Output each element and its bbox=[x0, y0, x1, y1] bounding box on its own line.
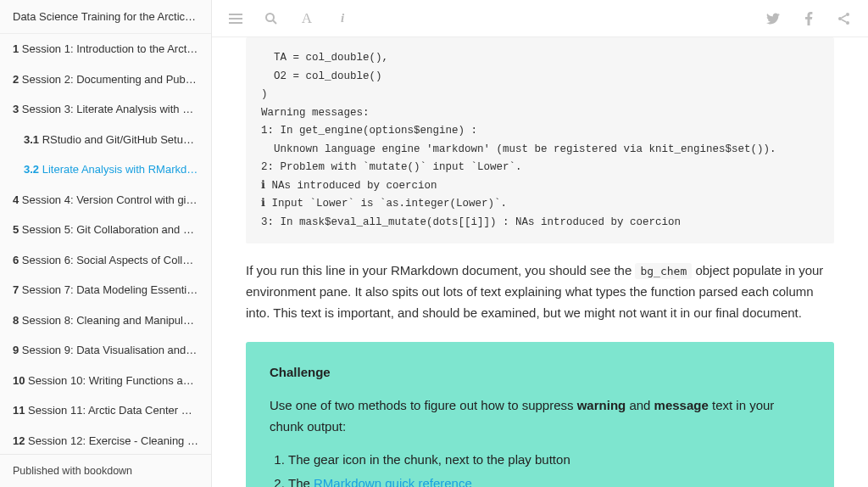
toc-item-2[interactable]: 2 Session 2: Documenting and Publishi… bbox=[0, 64, 211, 95]
toc-item-3-1[interactable]: 3.1 RStudio and Git/GitHub Setup a… bbox=[0, 125, 211, 155]
svg-line-4 bbox=[273, 20, 276, 24]
topbar: A i bbox=[212, 0, 868, 37]
font-icon[interactable]: A bbox=[300, 12, 314, 25]
toc-item-number: 3.2 bbox=[24, 163, 39, 176]
toc-item-12[interactable]: 12 Session 12: Exercise - Cleaning and… bbox=[0, 426, 211, 455]
toc-item-3-2[interactable]: 3.2 Literate Analysis with RMarkdown bbox=[0, 154, 211, 185]
share-icon[interactable] bbox=[837, 12, 851, 25]
text: and bbox=[626, 398, 654, 412]
toc-item-4[interactable]: 4 Session 4: Version Control with git an… bbox=[0, 185, 211, 216]
toc-item-5[interactable]: 5 Session 5: Git Collaboration and Con… bbox=[0, 215, 211, 245]
text: The bbox=[288, 476, 314, 487]
topbar-left: A i bbox=[229, 12, 349, 25]
toc-item-label: Session 3: Literate Analysis with RMa… bbox=[19, 103, 211, 115]
toc-item-label: Session 8: Cleaning and Manipulatin… bbox=[19, 314, 211, 327]
toc-item-label: Session 11: Arctic Data Center Data… bbox=[25, 404, 211, 417]
svg-point-3 bbox=[266, 14, 274, 21]
toc-item-9[interactable]: 9 Session 9: Data Visualisation and Pu… bbox=[0, 335, 211, 366]
svg-line-8 bbox=[842, 15, 847, 18]
toc-item-label: RStudio and Git/GitHub Setup a… bbox=[39, 133, 209, 146]
svg-rect-1 bbox=[229, 18, 242, 20]
toc-item-label: Session 9: Data Visualisation and Pu… bbox=[19, 344, 211, 356]
svg-point-6 bbox=[846, 13, 849, 16]
toc-item-label: Literate Analysis with RMarkdown bbox=[39, 163, 207, 176]
paragraph: If you run this line in your RMarkdown d… bbox=[246, 260, 834, 323]
toc-item-number: 12 bbox=[13, 434, 25, 447]
facebook-icon[interactable] bbox=[802, 12, 815, 25]
text: Use one of two methods to figure out how… bbox=[270, 398, 577, 412]
toc-item-label: Session 6: Social Aspects of Collabor… bbox=[19, 254, 211, 266]
svg-point-5 bbox=[838, 17, 842, 20]
sidebar-footer[interactable]: Published with bookdown bbox=[0, 454, 211, 487]
toc-item-number: 11 bbox=[13, 404, 25, 417]
toc-item-label: Session 10: Writing Functions and P… bbox=[25, 374, 211, 387]
sidebar-title[interactable]: Data Science Training for the Arctic Dat… bbox=[0, 0, 211, 34]
toc-item-label: Session 7: Data Modeling Essentials bbox=[19, 283, 201, 296]
toc-item-10[interactable]: 10 Session 10: Writing Functions and P… bbox=[0, 366, 211, 396]
toc-item-8[interactable]: 8 Session 8: Cleaning and Manipulatin… bbox=[0, 305, 211, 336]
svg-line-9 bbox=[842, 20, 847, 22]
toc-item-number: 3.1 bbox=[24, 133, 39, 146]
toc-item-6[interactable]: 6 Session 6: Social Aspects of Collabor… bbox=[0, 245, 211, 276]
svg-rect-0 bbox=[229, 14, 242, 15]
toc-item-label: Session 4: Version Control with git an… bbox=[19, 193, 211, 206]
text: If you run this line in your RMarkdown d… bbox=[246, 263, 635, 277]
table-of-contents: 1 Session 1: Introduction to the Arctic … bbox=[0, 34, 211, 454]
challenge-box: Challenge Use one of two methods to figu… bbox=[246, 342, 834, 487]
strong-warning: warning bbox=[577, 398, 626, 412]
toc-item-7[interactable]: 7 Session 7: Data Modeling Essentials bbox=[0, 275, 211, 305]
sidebar: Data Science Training for the Arctic Dat… bbox=[0, 0, 212, 487]
list-item: The RMarkdown quick reference bbox=[288, 473, 810, 487]
menu-icon[interactable] bbox=[229, 12, 242, 25]
code-output: TA = col_double(), O2 = col_double() ) W… bbox=[246, 37, 834, 244]
inline-code: bg_chem bbox=[635, 263, 692, 279]
toc-item-label: Session 2: Documenting and Publishi… bbox=[19, 73, 211, 86]
challenge-list: The gear icon in the chunk, next to the … bbox=[270, 450, 810, 488]
search-icon[interactable] bbox=[264, 12, 278, 25]
toc-item-label: Session 1: Introduction to the Arctic … bbox=[19, 42, 209, 55]
toc-item-label: Session 5: Git Collaboration and Con… bbox=[19, 223, 211, 236]
info-icon[interactable]: i bbox=[336, 12, 349, 25]
svg-rect-2 bbox=[229, 22, 242, 24]
toc-item-11[interactable]: 11 Session 11: Arctic Data Center Data… bbox=[0, 395, 211, 426]
challenge-title: Challenge bbox=[270, 362, 810, 383]
toc-item-number: 10 bbox=[13, 374, 25, 387]
rmarkdown-quickref-link[interactable]: RMarkdown quick reference bbox=[314, 476, 472, 487]
content: TA = col_double(), O2 = col_double() ) W… bbox=[212, 37, 868, 487]
strong-message: message bbox=[654, 398, 709, 412]
challenge-text: Use one of two methods to figure out how… bbox=[270, 395, 810, 438]
toc-item-3[interactable]: 3 Session 3: Literate Analysis with RMa… bbox=[0, 94, 211, 125]
topbar-right bbox=[766, 12, 851, 25]
list-item: The gear icon in the chunk, next to the … bbox=[288, 450, 810, 471]
toc-item-label: Session 12: Exercise - Cleaning and… bbox=[25, 434, 211, 447]
svg-point-7 bbox=[846, 21, 849, 25]
main: A i TA = col_double(), O2 = col_double()… bbox=[212, 0, 868, 487]
twitter-icon[interactable] bbox=[766, 12, 780, 25]
toc-item-1[interactable]: 1 Session 1: Introduction to the Arctic … bbox=[0, 34, 211, 64]
